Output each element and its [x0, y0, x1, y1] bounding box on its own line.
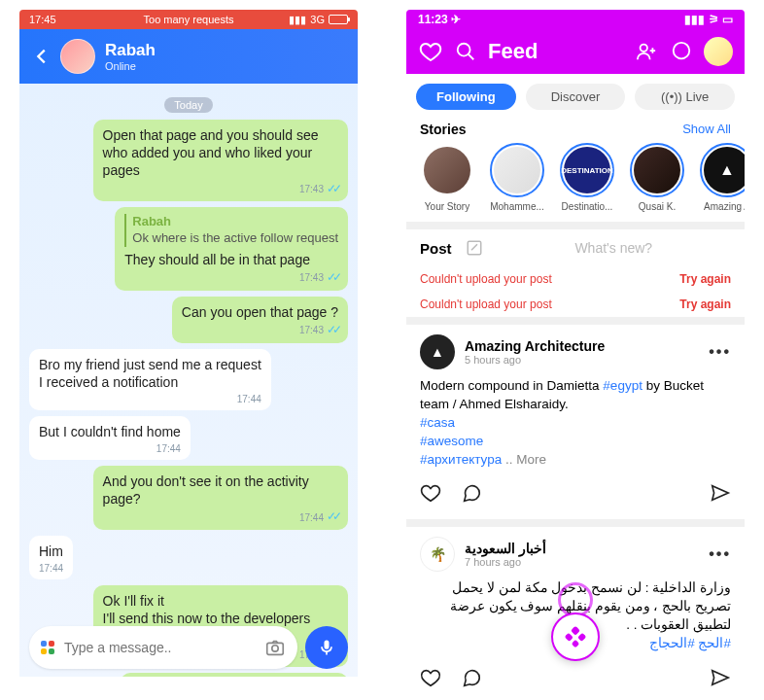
- post-header: ▲ Amazing Architecture 5 hours ago •••: [420, 334, 731, 369]
- hashtag[interactable]: #casa: [420, 415, 455, 430]
- hashtag[interactable]: #egypt: [603, 378, 642, 393]
- message-text: Can you open that page ?: [182, 303, 338, 321]
- camera-icon[interactable]: [264, 637, 286, 658]
- story-item[interactable]: DESTINATIONDestinatio...: [556, 143, 618, 212]
- message-text-field[interactable]: [64, 640, 255, 655]
- message-row[interactable]: But I couldn't find home17:44: [29, 413, 348, 463]
- post-time: 5 hours ago: [465, 354, 699, 366]
- add-user-icon[interactable]: [634, 39, 659, 64]
- divider: [406, 317, 745, 325]
- apps-icon[interactable]: [41, 641, 54, 654]
- message-bubble: But I couldn't find home17:44: [29, 416, 191, 460]
- chat-body[interactable]: Today Open that page and you should see …: [19, 84, 358, 677]
- post-author: Amazing Architecture: [465, 338, 699, 354]
- feed-tab[interactable]: Discover: [526, 84, 626, 110]
- hashtag[interactable]: #awesome: [420, 434, 483, 448]
- contact-info[interactable]: Rabah Online: [105, 41, 156, 72]
- svg-point-4: [674, 43, 690, 59]
- share-icon[interactable]: [710, 667, 731, 688]
- chat-icon[interactable]: [669, 39, 694, 64]
- post-author: أخبار السعودية: [465, 541, 699, 556]
- retry-button[interactable]: Try again: [679, 272, 731, 286]
- message-row[interactable]: Open that page and you should see who ad…: [29, 117, 348, 204]
- post-actions: [420, 476, 731, 513]
- compose-icon[interactable]: [466, 239, 483, 257]
- chat-app: 17:45 Too many requests ▮▮▮ 3G Rabah Onl…: [19, 10, 358, 690]
- message-meta: 17:44: [39, 393, 261, 405]
- stories-row[interactable]: Your StoryMohamme...DESTINATIONDestinati…: [406, 143, 745, 222]
- fab-button[interactable]: [551, 612, 600, 661]
- share-icon[interactable]: [710, 482, 731, 504]
- message-bubble: Him17:44: [29, 536, 73, 579]
- post-actions: [420, 661, 731, 690]
- message-row[interactable]: Can you open that page ?17:43✓✓: [29, 294, 348, 346]
- compose-hint: What's new?: [497, 240, 731, 256]
- like-icon[interactable]: [420, 667, 441, 688]
- message-bubble: Bro my friend just send me a request I r…: [29, 349, 271, 410]
- contact-avatar[interactable]: [60, 39, 95, 74]
- feed-title: Feed: [488, 39, 624, 64]
- post-more-button[interactable]: •••: [709, 545, 731, 563]
- message-meta: 17:44✓✓: [103, 509, 338, 525]
- status-right: ▮▮▮ ⚞ ▭: [684, 13, 733, 26]
- stories-header: Stories Show All: [406, 120, 745, 143]
- mic-button[interactable]: [305, 626, 348, 669]
- error-msg: Couldn't upload your post: [420, 272, 552, 286]
- message-meta: 17:43✓✓: [103, 182, 338, 197]
- post-avatar[interactable]: ▲: [420, 334, 455, 369]
- divider: [406, 222, 745, 229]
- message-text: Bro my friend just send me a request I r…: [39, 356, 261, 391]
- input-bar: [29, 626, 348, 669]
- message-meta: 17:43✓✓: [182, 323, 338, 338]
- post-more-button[interactable]: •••: [709, 343, 731, 361]
- profile-avatar[interactable]: [704, 37, 733, 66]
- message-meta: 17:44: [39, 562, 63, 575]
- svg-point-3: [641, 45, 647, 52]
- stories-show-all[interactable]: Show All: [682, 122, 731, 137]
- divider: [406, 519, 745, 527]
- post-author-info[interactable]: Amazing Architecture 5 hours ago: [465, 338, 699, 366]
- upload-error: Couldn't upload your postTry again: [406, 292, 745, 317]
- message-row[interactable]: Him17:44: [29, 533, 348, 582]
- search-icon[interactable]: [453, 39, 478, 64]
- message-input[interactable]: [29, 626, 297, 669]
- back-button[interactable]: [31, 46, 51, 67]
- feed-tabs: FollowingDiscover((•)) Live: [406, 74, 745, 120]
- more-link[interactable]: .. More: [502, 452, 546, 467]
- heart-icon[interactable]: [418, 39, 443, 64]
- feed-tab[interactable]: ((•)) Live: [635, 84, 735, 110]
- svg-point-1: [272, 646, 278, 651]
- message-row[interactable]: RabahOk where is the active follow reque…: [29, 204, 348, 294]
- feed-post: ▲ Amazing Architecture 5 hours ago ••• M…: [406, 325, 745, 519]
- feed-tab[interactable]: Following: [416, 84, 516, 110]
- message-bubble: Can you open that page ?17:43✓✓: [172, 297, 348, 343]
- message-text: They should all be in that page: [124, 251, 338, 268]
- network-label: 3G: [310, 14, 325, 25]
- message-row[interactable]: It should show on the activity page17:45…: [29, 670, 348, 677]
- status-time: 17:45: [29, 14, 56, 25]
- reply-reference: RabahOk where is the active follow reque…: [124, 214, 338, 247]
- error-msg: Couldn't upload your post: [420, 298, 552, 311]
- hashtag[interactable]: #الحج #الحجاج: [649, 636, 731, 650]
- compose-row[interactable]: Post What's new?: [406, 229, 745, 266]
- like-icon[interactable]: [420, 482, 441, 504]
- message-bubble: Open that page and you should see who ad…: [93, 120, 348, 201]
- retry-button[interactable]: Try again: [679, 298, 731, 311]
- comment-icon[interactable]: [461, 482, 482, 504]
- message-bubble: It should show on the activity page17:45…: [121, 673, 348, 677]
- post-header: 🌴 أخبار السعودية 7 hours ago •••: [420, 537, 731, 572]
- hashtag[interactable]: #архитектура: [420, 452, 502, 467]
- chat-header: Rabah Online: [19, 29, 358, 84]
- story-item[interactable]: ▲Amazing A: [696, 143, 745, 212]
- story-item[interactable]: Mohamme...: [486, 143, 548, 212]
- message-text: And you don't see it on the activity pag…: [103, 472, 338, 508]
- story-item[interactable]: Qusai K.: [626, 143, 688, 212]
- message-meta: 17:44: [39, 442, 181, 455]
- comment-icon[interactable]: [461, 667, 482, 688]
- message-row[interactable]: Bro my friend just send me a request I r…: [29, 346, 348, 413]
- post-avatar[interactable]: 🌴: [420, 537, 455, 572]
- story-item[interactable]: Your Story: [416, 143, 478, 212]
- message-row[interactable]: And you don't see it on the activity pag…: [29, 463, 348, 533]
- status-right: ▮▮▮ 3G: [289, 14, 348, 26]
- post-author-info[interactable]: أخبار السعودية 7 hours ago: [465, 541, 699, 568]
